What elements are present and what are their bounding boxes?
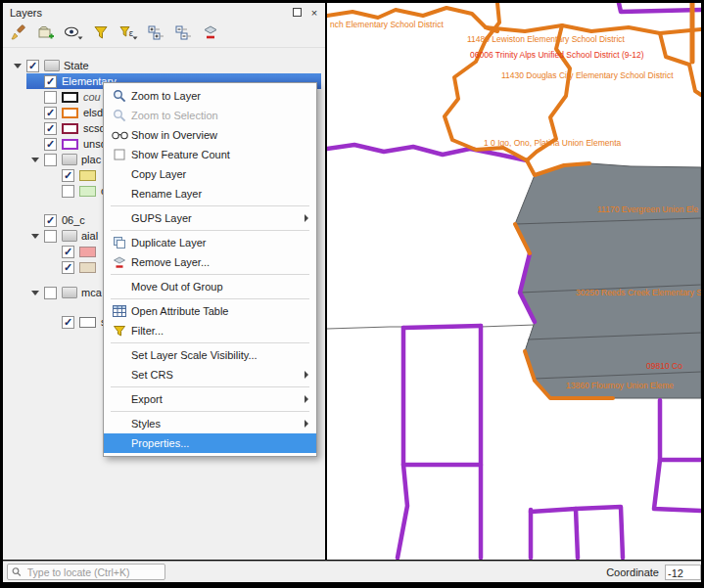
menu-item-label: Export (131, 393, 299, 405)
coordinate-value[interactable]: -12 (665, 565, 701, 580)
layer-label: aial (81, 230, 98, 242)
visibility-checkbox[interactable]: ✓ (62, 246, 74, 258)
menu-item-styles[interactable]: Styles (104, 414, 316, 433)
attribute-table-icon (108, 305, 131, 317)
filter-legend-button[interactable] (89, 23, 113, 45)
district-label: 09810 Co (646, 361, 682, 371)
expand-all-button[interactable] (144, 23, 167, 45)
svg-text:ε: ε (129, 28, 134, 38)
submenu-arrow-icon (305, 371, 308, 379)
menu-item-label: Filter... (131, 325, 308, 337)
zoom-to-layer-icon (108, 89, 131, 103)
feature-count-checkbox-icon (108, 149, 131, 160)
add-group-button[interactable] (34, 23, 58, 45)
visibility-checkbox[interactable]: ✓ (44, 138, 57, 151)
locate-box[interactable] (7, 564, 165, 580)
menu-item-label: Move Out of Group (131, 281, 308, 293)
visibility-checkbox[interactable]: ✓ (26, 60, 39, 72)
visibility-checkbox[interactable]: ✓ (44, 214, 57, 227)
menu-item-set-layer-scale-visibility[interactable]: Set Layer Scale Visibility... (104, 345, 316, 365)
visibility-checkbox[interactable]: ✓ (44, 75, 57, 88)
district-label: 30250 Reeds Creek Elementary S (576, 288, 701, 297)
menu-item-label: Zoom to Selection (131, 110, 308, 121)
layer-swatch (79, 262, 96, 273)
menu-item-copy-layer[interactable]: Copy Layer (104, 164, 316, 184)
menu-item-show-feature-count[interactable]: Show Feature Count (104, 145, 316, 164)
expander-spacer (30, 92, 41, 103)
layer-swatch (62, 139, 78, 150)
district-label: 11170 Evergreen Union Ele (597, 204, 698, 214)
open-layer-styling-panel-button[interactable] (7, 23, 30, 45)
menu-item-open-attribute-table[interactable]: Open Attribute Table (104, 301, 316, 321)
visibility-checkbox[interactable] (44, 230, 57, 243)
layer-swatch (79, 317, 96, 328)
menu-item-label: Set CRS (131, 369, 299, 381)
menu-item-label: Properties... (131, 437, 308, 449)
visibility-checkbox[interactable]: ✓ (62, 316, 74, 329)
layer-context-menu: Zoom to LayerZoom to SelectionShow in Ov… (103, 82, 317, 457)
menu-item-rename-layer[interactable]: Rename Layer (104, 184, 316, 204)
expander-spacer (48, 317, 59, 328)
collapse-all-button[interactable] (171, 23, 195, 45)
group-icon (62, 154, 77, 165)
expand-all-icon (147, 23, 164, 45)
manage-map-themes-button[interactable] (62, 23, 85, 45)
expander-spacer (30, 76, 41, 87)
district-label: 06006 Trinity Alps Unified School Distri… (470, 50, 644, 60)
expander-icon[interactable] (30, 288, 41, 298)
menu-item-properties[interactable]: Properties... (104, 433, 316, 453)
menu-item-filter[interactable]: Filter... (104, 321, 316, 340)
filter-legend-icon (92, 23, 110, 45)
district-label: 13860 Flournoy Union Eleme (566, 381, 674, 390)
visibility-checkbox[interactable] (44, 154, 57, 166)
open-layer-styling-panel-icon (10, 23, 27, 45)
visibility-checkbox[interactable]: ✓ (62, 169, 74, 182)
layer-swatch (79, 170, 96, 181)
map-canvas[interactable]: nch Elementary School District11480 Lewi… (327, 3, 701, 560)
visibility-checkbox[interactable] (44, 287, 57, 299)
menu-item-set-crs[interactable]: Set CRS (104, 365, 316, 384)
expander-spacer (48, 170, 59, 181)
layer-label: plac (81, 154, 101, 165)
menu-item-remove-layer[interactable]: Remove Layer... (104, 252, 316, 272)
expander-icon[interactable] (30, 231, 41, 242)
layers-panel-title: Layers (10, 7, 290, 19)
expander-spacer (30, 108, 41, 118)
district-label: 11430 Douglas City Elementary School Dis… (501, 70, 674, 80)
menu-separator (111, 411, 309, 412)
filter-legend-by-expression-button[interactable]: ε (117, 23, 140, 45)
group-icon (62, 287, 77, 298)
layer-row-state[interactable]: ✓State (3, 58, 321, 73)
menu-separator (111, 298, 309, 299)
menu-item-move-out-of-group[interactable]: Move Out of Group (104, 277, 316, 296)
remove-layer-group-button[interactable] (199, 23, 222, 45)
float-panel-button[interactable] (290, 6, 304, 19)
visibility-checkbox[interactable]: ✓ (44, 122, 57, 135)
expander-icon[interactable] (30, 155, 41, 165)
expander-icon[interactable] (13, 61, 23, 71)
float-panel-icon (293, 8, 302, 17)
submenu-arrow-icon (305, 395, 308, 403)
group-icon (44, 60, 60, 71)
visibility-checkbox[interactable] (44, 91, 57, 104)
visibility-checkbox[interactable]: ✓ (44, 107, 57, 119)
map-drawing (327, 3, 701, 560)
add-group-icon (37, 23, 55, 45)
locate-input[interactable] (25, 565, 161, 579)
menu-item-show-in-overview[interactable]: Show in Overview (104, 125, 316, 145)
qgis-window: Layers × ε ✓State✓Elementarycou✓elsd✓scs… (0, 0, 704, 588)
submenu-arrow-icon (305, 420, 308, 428)
menu-item-duplicate-layer[interactable]: Duplicate Layer (104, 233, 316, 252)
menu-item-label: Set Layer Scale Visibility... (131, 349, 308, 361)
menu-item-gups-layer[interactable]: GUPS Layer (104, 208, 316, 228)
layer-swatch (62, 108, 78, 118)
expander-spacer (48, 186, 59, 197)
visibility-checkbox[interactable] (62, 185, 74, 198)
filter-legend-by-expression-icon: ε (118, 23, 138, 45)
menu-item-export[interactable]: Export (104, 389, 316, 409)
menu-item-label: Show Feature Count (131, 149, 308, 160)
visibility-checkbox[interactable]: ✓ (62, 261, 74, 274)
menu-item-label: Duplicate Layer (131, 237, 308, 249)
close-panel-button[interactable]: × (307, 6, 321, 19)
menu-item-zoom-to-layer[interactable]: Zoom to Layer (104, 86, 316, 106)
